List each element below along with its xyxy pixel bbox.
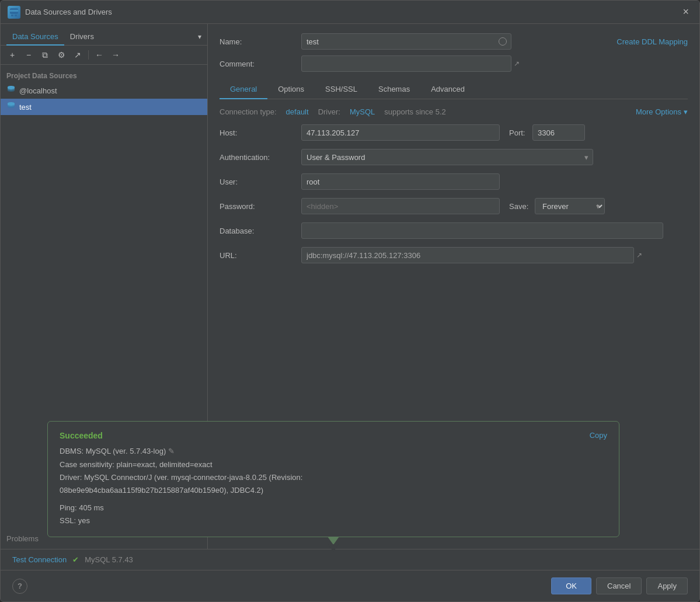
password-input[interactable] bbox=[301, 198, 500, 214]
save-select[interactable]: Forever Until restart Never bbox=[535, 198, 605, 214]
save-label: Save: bbox=[509, 202, 535, 211]
problems-label: Problems bbox=[6, 534, 39, 543]
comment-row: Comment: ↗ bbox=[220, 55, 688, 72]
popup-caret bbox=[328, 537, 339, 545]
bottom-bar: ? OK Cancel Apply bbox=[1, 570, 699, 601]
settings-button[interactable]: ⚙ bbox=[54, 48, 68, 62]
close-button[interactable]: × bbox=[679, 5, 692, 19]
cancel-button[interactable]: Cancel bbox=[596, 577, 642, 594]
main-content: Data Sources Drivers ▾ + − ⧉ ⚙ ↗ bbox=[1, 24, 699, 549]
forward-button[interactable]: → bbox=[109, 48, 123, 62]
right-panel: Name: test Create DDL Mapping Comment: ↗… bbox=[208, 24, 699, 549]
tree-item-localhost[interactable]: @localhost bbox=[1, 82, 207, 99]
auth-select-wrapper: User & Password No auth pgpass bbox=[301, 149, 593, 165]
popup-line-7: SSL: yes bbox=[208, 514, 607, 527]
database-label: Database: bbox=[220, 227, 301, 235]
auth-row: Authentication: User & Password No auth … bbox=[220, 149, 688, 165]
host-input[interactable] bbox=[301, 124, 500, 141]
port-label: Port: bbox=[509, 128, 532, 137]
bottom-actions: OK Cancel Apply bbox=[551, 577, 688, 594]
host-row: Host: Port: bbox=[220, 124, 688, 141]
tab-advanced[interactable]: Advanced bbox=[420, 80, 475, 99]
name-label: Name: bbox=[220, 37, 301, 46]
name-input[interactable]: test bbox=[301, 33, 511, 50]
config-tabs: General Options SSH/SSL Schemas Advanced bbox=[220, 80, 688, 99]
popup-line-2: Case sensitivity: plain=exact, delimited… bbox=[208, 458, 607, 471]
apply-button[interactable]: Apply bbox=[646, 577, 688, 594]
copy-button[interactable]: ⧉ bbox=[38, 48, 52, 62]
more-options-link[interactable]: More Options ▾ bbox=[636, 107, 688, 116]
back-button[interactable]: ← bbox=[92, 48, 106, 62]
url-expand-icon[interactable]: ↗ bbox=[636, 251, 642, 259]
project-datasources-label: Project Data Sources bbox=[1, 69, 207, 82]
help-button[interactable]: ? bbox=[12, 579, 27, 594]
tab-schemas[interactable]: Schemas bbox=[368, 80, 420, 99]
svg-rect-2 bbox=[11, 15, 13, 16]
tab-drivers[interactable]: Drivers bbox=[64, 29, 100, 46]
auth-label: Authentication: bbox=[220, 153, 301, 162]
create-ddl-link[interactable]: Create DDL Mapping bbox=[617, 37, 688, 46]
test-connection-link[interactable]: Test Connection bbox=[12, 555, 67, 564]
more-options-chevron-icon: ▾ bbox=[684, 107, 688, 116]
success-title: Succeeded bbox=[208, 431, 607, 440]
window-title: Data Sources and Drivers bbox=[25, 8, 679, 16]
left-toolbar: + − ⧉ ⚙ ↗ ← → bbox=[1, 46, 207, 65]
user-label: User: bbox=[220, 178, 301, 186]
popup-line-5 bbox=[208, 497, 607, 502]
left-panel-tabs: Data Sources Drivers ▾ bbox=[1, 24, 207, 46]
popup-line-4: 08be9e9b4cba6aa115f9b27b215887af40b159e0… bbox=[208, 484, 607, 497]
popup-line-6: Ping: 405 ms bbox=[208, 502, 607, 514]
tab-datasources[interactable]: Data Sources bbox=[6, 29, 64, 46]
svg-rect-1 bbox=[10, 10, 18, 12]
user-input[interactable] bbox=[301, 173, 500, 190]
success-popup: Succeeded Copy DBMS: MySQL (ver. 5.7.43-… bbox=[208, 421, 619, 537]
database-input[interactable] bbox=[301, 222, 663, 239]
comment-expand-icon[interactable]: ↗ bbox=[514, 60, 520, 68]
toolbar-divider bbox=[88, 50, 89, 60]
copy-link[interactable]: Copy bbox=[590, 431, 607, 440]
tree-item-test[interactable]: test bbox=[1, 99, 207, 115]
svg-rect-3 bbox=[15, 15, 17, 16]
test-conn-db-label: MySQL 5.7.43 bbox=[85, 555, 133, 564]
port-input[interactable] bbox=[532, 124, 585, 141]
name-row: Name: test Create DDL Mapping bbox=[220, 33, 688, 50]
tree-item-test-label: test bbox=[19, 103, 32, 112]
password-row: Password: Save: Forever Until restart Ne… bbox=[220, 198, 688, 214]
auth-select[interactable]: User & Password No auth pgpass bbox=[301, 149, 593, 165]
add-button[interactable]: + bbox=[5, 48, 19, 62]
tab-general[interactable]: General bbox=[220, 80, 267, 99]
tabs-dropdown-icon[interactable]: ▾ bbox=[198, 33, 201, 41]
success-body: DBMS: MySQL (ver. 5.7.43-log) ✎ Case sen… bbox=[208, 445, 607, 527]
test-connection-row: Test Connection ✔ MySQL 5.7.43 bbox=[1, 549, 699, 570]
conn-type-row: Connection type: default Driver: MySQL s… bbox=[220, 107, 688, 116]
comment-input[interactable] bbox=[301, 55, 511, 72]
comment-label: Comment: bbox=[220, 60, 301, 68]
host-label: Host: bbox=[220, 128, 301, 137]
popup-line-3: Driver: MySQL Connector/J (ver. mysql-co… bbox=[208, 471, 607, 484]
test-conn-status-icon: ✔ bbox=[72, 555, 79, 564]
password-label: Password: bbox=[220, 202, 301, 211]
tab-sshssl[interactable]: SSH/SSL bbox=[315, 80, 368, 99]
conn-type-value[interactable]: default bbox=[286, 107, 309, 116]
tree-item-localhost-label: @localhost bbox=[19, 86, 57, 95]
name-input-indicator bbox=[499, 37, 507, 46]
driver-value[interactable]: MySQL bbox=[350, 107, 375, 116]
ok-button[interactable]: OK bbox=[551, 577, 591, 594]
conn-type-label: Connection type: bbox=[220, 107, 277, 116]
remove-button[interactable]: − bbox=[22, 48, 36, 62]
export-button[interactable]: ↗ bbox=[71, 48, 85, 62]
driver-suffix: supports since 5.2 bbox=[384, 107, 446, 116]
database-row: Database: bbox=[220, 222, 688, 239]
popup-caret-inner bbox=[328, 544, 339, 549]
db-icon-test bbox=[6, 101, 16, 113]
popup-line-1: DBMS: MySQL (ver. 5.7.43-log) ✎ bbox=[208, 445, 607, 458]
driver-label: Driver: bbox=[318, 107, 340, 116]
user-row: User: bbox=[220, 173, 688, 190]
url-input[interactable] bbox=[301, 247, 634, 263]
url-label: URL: bbox=[220, 251, 301, 260]
db-icon-localhost bbox=[6, 85, 16, 96]
tab-options[interactable]: Options bbox=[267, 80, 315, 99]
name-left: Name: test bbox=[220, 33, 511, 50]
app-icon bbox=[8, 6, 20, 19]
dialog: Data Sources and Drivers × Data Sources … bbox=[0, 0, 700, 602]
